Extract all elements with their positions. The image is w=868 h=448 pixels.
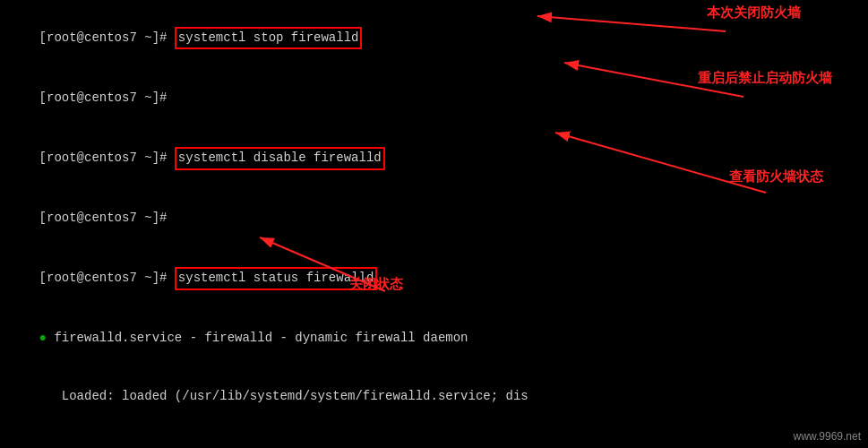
prompt-2: [root@centos7 ~]#	[39, 90, 168, 105]
annotation-check-status: 查看防火墙状态	[729, 168, 823, 185]
prompt-5: [root@centos7 ~]#	[39, 271, 175, 285]
cmd-stop-firewalld: systemctl stop firewalld	[175, 27, 363, 50]
loaded-line: Loaded: loaded (/usr/lib/systemd/system/…	[39, 389, 529, 403]
cmd-status-firewalld: systemctl status firewalld	[175, 267, 377, 290]
terminal-line-5: [root@centos7 ~]# systemctl status firew…	[9, 247, 859, 309]
terminal-line-7: Loaded: loaded (/usr/lib/systemd/system/…	[9, 367, 859, 426]
annotation-closed-state: 关闭状态	[349, 276, 403, 293]
service-name: firewalld.service - firewalld - dynamic …	[47, 331, 468, 345]
terminal-line-8: abled; vendor preset: enabled)	[9, 426, 859, 448]
prompt-1: [root@centos7 ~]#	[39, 30, 175, 45]
terminal-line-6: ● firewalld.service - firewalld - dynami…	[9, 309, 859, 367]
service-dot: ●	[39, 331, 47, 345]
prompt-4: [root@centos7 ~]#	[39, 211, 168, 225]
annotation-disable-firewall: 重启后禁止启动防火墙	[698, 70, 832, 87]
annotation-stop-firewall: 本次关闭防火墙	[707, 4, 801, 22]
terminal-line-4: [root@centos7 ~]#	[9, 189, 859, 247]
cmd-disable-firewalld: systemctl disable firewalld	[175, 147, 385, 170]
terminal: [root@centos7 ~]# systemctl stop firewal…	[0, 0, 868, 448]
prompt-3: [root@centos7 ~]#	[39, 151, 175, 165]
watermark: www.9969.net	[794, 430, 861, 443]
